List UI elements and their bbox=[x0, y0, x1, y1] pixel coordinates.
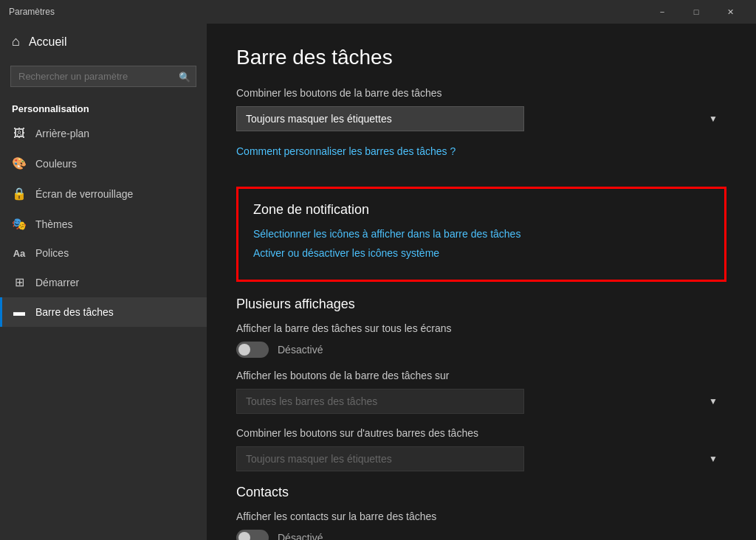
sidebar-item-demarrer[interactable]: ⊞ Démarrer bbox=[0, 267, 207, 297]
search-box: 🔍 bbox=[10, 66, 196, 87]
show-on-all-toggle-label: Désactivé bbox=[278, 344, 323, 356]
home-icon: ⌂ bbox=[12, 34, 20, 49]
sidebar-item-polices[interactable]: Aa Polices bbox=[0, 239, 207, 267]
search-input[interactable] bbox=[10, 66, 196, 87]
show-buttons-dropdown[interactable]: Toutes les barres des tâches bbox=[236, 389, 524, 414]
contacts-title: Contacts bbox=[236, 485, 726, 500]
demarrer-icon: ⊞ bbox=[12, 275, 27, 289]
show-on-all-toggle-row: Désactivé bbox=[236, 342, 726, 358]
combine-other-dropdown-container: Toujours masquer les étiquettes ▼ bbox=[236, 446, 726, 471]
show-buttons-dropdown-container: Toutes les barres des tâches ▼ bbox=[236, 389, 726, 414]
show-buttons-label: Afficher les boutons de la barre des tâc… bbox=[236, 370, 726, 381]
sidebar: ⌂ Accueil 🔍 Personnalisation 🖼 Arrière-p… bbox=[0, 24, 207, 540]
customize-link[interactable]: Comment personnaliser les barres des tâc… bbox=[236, 145, 456, 157]
contacts-toggle[interactable] bbox=[236, 530, 269, 540]
notification-link-2[interactable]: Activer ou désactiver les icônes système bbox=[253, 247, 709, 259]
show-buttons-dropdown-arrow: ▼ bbox=[709, 396, 718, 406]
maximize-button[interactable]: □ bbox=[679, 0, 713, 24]
notification-zone: Zone de notification Sélectionner les ic… bbox=[236, 187, 726, 282]
close-button[interactable]: ✕ bbox=[713, 0, 747, 24]
combine-dropdown[interactable]: Toujours masquer les étiquettes bbox=[236, 106, 524, 131]
combine-other-dropdown[interactable]: Toujours masquer les étiquettes bbox=[236, 446, 524, 471]
page-title: Barre des tâches bbox=[236, 46, 726, 69]
multiple-displays-section: Plusieurs affichages Afficher la barre d… bbox=[236, 297, 726, 471]
themes-icon: 🎭 bbox=[12, 217, 27, 231]
title-bar-title: Paramètres bbox=[9, 7, 55, 17]
contacts-section: Contacts Afficher les contacts sur la ba… bbox=[236, 485, 726, 540]
sidebar-item-label: Arrière-plan bbox=[35, 128, 89, 139]
sidebar-item-label: Polices bbox=[35, 247, 69, 259]
sidebar-section-label: Personnalisation bbox=[0, 97, 207, 119]
combine-label: Combiner les boutons de la barre des tâc… bbox=[236, 87, 726, 99]
search-icon: 🔍 bbox=[179, 71, 190, 82]
sidebar-item-label: Couleurs bbox=[35, 158, 77, 170]
show-contacts-label: Afficher les contacts sur la barre des t… bbox=[236, 510, 726, 522]
notification-zone-title: Zone de notification bbox=[253, 202, 709, 218]
sidebar-item-ecran-verrouillage[interactable]: 🔒 Écran de verrouillage bbox=[0, 179, 207, 209]
show-on-all-label: Afficher la barre des tâches sur tous le… bbox=[236, 322, 726, 334]
app-container: ⌂ Accueil 🔍 Personnalisation 🖼 Arrière-p… bbox=[0, 24, 756, 540]
combine-other-dropdown-arrow: ▼ bbox=[709, 454, 718, 464]
combine-dropdown-container: Toujours masquer les étiquettes ▼ bbox=[236, 106, 726, 131]
sidebar-item-label: Démarrer bbox=[35, 277, 79, 288]
sidebar-item-couleurs[interactable]: 🎨 Couleurs bbox=[0, 148, 207, 179]
arriere-plan-icon: 🖼 bbox=[12, 127, 27, 140]
combine-dropdown-arrow: ▼ bbox=[709, 114, 718, 124]
show-on-all-toggle[interactable] bbox=[236, 342, 269, 358]
contacts-toggle-label: Désactivé bbox=[278, 532, 323, 540]
sidebar-item-themes[interactable]: 🎭 Thèmes bbox=[0, 209, 207, 239]
multiple-displays-title: Plusieurs affichages bbox=[236, 297, 726, 312]
title-bar: Paramètres − □ ✕ bbox=[0, 0, 756, 24]
couleurs-icon: 🎨 bbox=[12, 156, 27, 170]
minimize-button[interactable]: − bbox=[645, 0, 679, 24]
sidebar-item-label: Écran de verrouillage bbox=[35, 188, 133, 200]
barre-taches-icon: ▬ bbox=[12, 305, 27, 319]
sidebar-home-button[interactable]: ⌂ Accueil bbox=[0, 24, 207, 60]
polices-icon: Aa bbox=[12, 248, 27, 259]
ecran-verrouillage-icon: 🔒 bbox=[12, 187, 27, 201]
sidebar-item-barre-taches[interactable]: ▬ Barre des tâches bbox=[0, 297, 207, 327]
combine-other-label: Combiner les boutons sur d'autres barres… bbox=[236, 427, 726, 439]
sidebar-item-label: Thèmes bbox=[35, 218, 73, 230]
sidebar-item-arriere-plan[interactable]: 🖼 Arrière-plan bbox=[0, 119, 207, 148]
sidebar-item-label: Barre des tâches bbox=[35, 306, 114, 318]
sidebar-home-label: Accueil bbox=[29, 35, 67, 49]
contacts-toggle-row: Désactivé bbox=[236, 530, 726, 540]
main-content: Barre des tâches Combiner les boutons de… bbox=[207, 24, 756, 540]
title-bar-controls: − □ ✕ bbox=[645, 0, 747, 24]
notification-link-1[interactable]: Sélectionner les icônes à afficher dans … bbox=[253, 228, 709, 240]
